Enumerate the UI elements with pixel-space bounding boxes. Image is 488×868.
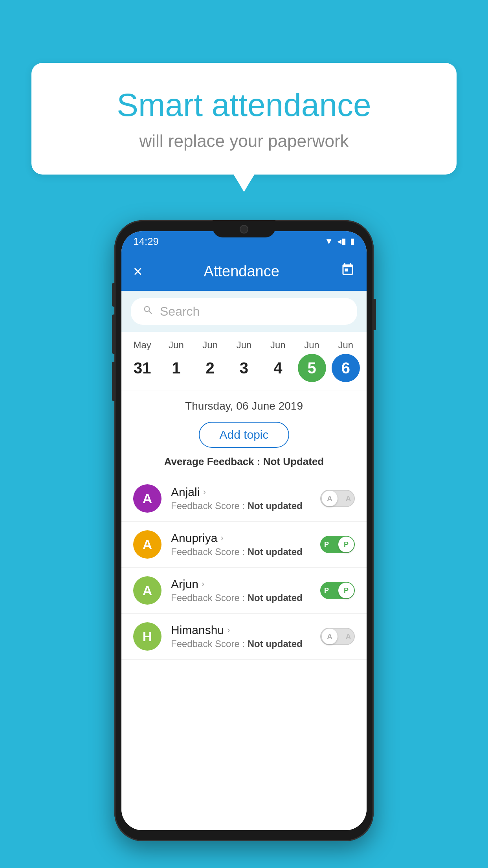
cal-date-label: 2 bbox=[196, 354, 224, 382]
avg-feedback-label: Average Feedback : bbox=[164, 456, 263, 467]
student-feedback: Feedback Score : Not updated bbox=[171, 592, 311, 603]
student-info: Himanshu ›Feedback Score : Not updated bbox=[171, 623, 311, 649]
calendar-day[interactable]: Jun6 bbox=[331, 340, 361, 382]
attendance-toggle[interactable]: PP bbox=[320, 536, 355, 553]
calendar-day[interactable]: Jun4 bbox=[263, 340, 293, 382]
student-avatar: H bbox=[133, 622, 161, 651]
phone-vol-up-button bbox=[112, 314, 115, 354]
student-name: Arjun › bbox=[171, 577, 311, 591]
avg-feedback: Average Feedback : Not Updated bbox=[121, 456, 367, 476]
toggle-label: A bbox=[346, 495, 351, 503]
phone-screen: 14:29 ▼ ◂▮ ▮ × Attendance bbox=[121, 231, 367, 830]
toggle-knob: P bbox=[338, 583, 354, 598]
attendance-toggle[interactable]: PP bbox=[320, 582, 355, 599]
student-avatar: A bbox=[133, 576, 161, 605]
cal-month-label: Jun bbox=[338, 340, 353, 351]
status-time: 14:29 bbox=[133, 235, 159, 248]
signal-icon: ◂▮ bbox=[337, 236, 346, 246]
search-bar[interactable]: Search bbox=[131, 298, 357, 325]
student-info: Anjali ›Feedback Score : Not updated bbox=[171, 485, 311, 511]
calendar-strip: May31Jun1Jun2Jun3Jun4Jun5Jun6 bbox=[121, 332, 367, 390]
calendar-day[interactable]: Jun5 bbox=[297, 340, 327, 382]
toggle-label: P bbox=[324, 541, 329, 549]
student-item[interactable]: AArjun ›Feedback Score : Not updatedPP bbox=[121, 568, 367, 614]
phone-mute-button bbox=[112, 283, 115, 307]
cal-date-label: 31 bbox=[128, 354, 156, 382]
calendar-day[interactable]: Jun1 bbox=[161, 340, 191, 382]
phone-camera bbox=[240, 225, 248, 234]
student-avatar: A bbox=[133, 484, 161, 513]
student-list: AAnjali ›Feedback Score : Not updatedAAA… bbox=[121, 476, 367, 830]
add-topic-container: Add topic bbox=[121, 416, 367, 456]
phone-power-button bbox=[373, 299, 376, 330]
bubble-title: Smart attendance bbox=[63, 86, 425, 123]
search-container: Search bbox=[121, 291, 367, 332]
toggle-knob: A bbox=[322, 491, 338, 506]
student-name: Anupriya › bbox=[171, 531, 311, 545]
phone-mockup: 14:29 ▼ ◂▮ ▮ × Attendance bbox=[114, 220, 374, 841]
bubble-subtitle: will replace your paperwork bbox=[63, 131, 425, 151]
cal-date-label: 4 bbox=[264, 354, 292, 382]
attendance-toggle[interactable]: AA bbox=[320, 628, 355, 645]
calendar-icon[interactable] bbox=[341, 263, 355, 280]
cal-date-label: 5 bbox=[298, 354, 326, 382]
app-bar-title: Attendance bbox=[204, 263, 279, 280]
calendar-day[interactable]: Jun2 bbox=[195, 340, 225, 382]
cal-month-label: Jun bbox=[202, 340, 218, 351]
battery-icon: ▮ bbox=[350, 236, 355, 246]
add-topic-button[interactable]: Add topic bbox=[199, 422, 289, 448]
toggle-knob: P bbox=[338, 537, 354, 552]
speech-bubble: Smart attendance will replace your paper… bbox=[31, 63, 457, 175]
phone-vol-down-button bbox=[112, 362, 115, 401]
screen-content: 14:29 ▼ ◂▮ ▮ × Attendance bbox=[121, 231, 367, 830]
phone-outer: 14:29 ▼ ◂▮ ▮ × Attendance bbox=[114, 220, 374, 841]
cal-month-label: Jun bbox=[304, 340, 319, 351]
student-feedback: Feedback Score : Not updated bbox=[171, 500, 311, 511]
cal-date-label: 3 bbox=[230, 354, 258, 382]
student-feedback: Feedback Score : Not updated bbox=[171, 638, 311, 649]
speech-bubble-container: Smart attendance will replace your paper… bbox=[31, 63, 457, 175]
attendance-toggle-container: AA bbox=[320, 628, 355, 645]
calendar-day[interactable]: May31 bbox=[127, 340, 157, 382]
student-feedback: Feedback Score : Not updated bbox=[171, 546, 311, 557]
avg-feedback-value: Not Updated bbox=[263, 456, 324, 467]
toggle-knob: A bbox=[322, 629, 338, 644]
cal-date-label: 6 bbox=[332, 354, 360, 382]
student-info: Anupriya ›Feedback Score : Not updated bbox=[171, 531, 311, 557]
attendance-toggle-container: PP bbox=[320, 536, 355, 553]
attendance-toggle[interactable]: AA bbox=[320, 490, 355, 507]
status-icons: ▼ ◂▮ ▮ bbox=[325, 236, 355, 246]
search-placeholder: Search bbox=[160, 304, 200, 319]
calendar-day[interactable]: Jun3 bbox=[229, 340, 259, 382]
cal-month-label: Jun bbox=[169, 340, 184, 351]
app-bar: × Attendance bbox=[121, 252, 367, 291]
student-name: Himanshu › bbox=[171, 623, 311, 637]
cal-date-label: 1 bbox=[162, 354, 190, 382]
student-name: Anjali › bbox=[171, 485, 311, 499]
student-item[interactable]: AAnjali ›Feedback Score : Not updatedAA bbox=[121, 476, 367, 522]
cal-month-label: Jun bbox=[237, 340, 252, 351]
wifi-icon: ▼ bbox=[325, 236, 333, 246]
toggle-label: A bbox=[346, 633, 351, 641]
cal-month-label: May bbox=[133, 340, 151, 351]
attendance-toggle-container: PP bbox=[320, 582, 355, 599]
search-icon bbox=[143, 305, 154, 318]
phone-notch bbox=[213, 220, 275, 237]
student-item[interactable]: AAnupriya ›Feedback Score : Not updatedP… bbox=[121, 522, 367, 568]
close-button[interactable]: × bbox=[133, 263, 142, 280]
student-avatar: A bbox=[133, 530, 161, 559]
selected-date-header: Thursday, 06 June 2019 bbox=[121, 390, 367, 416]
student-info: Arjun ›Feedback Score : Not updated bbox=[171, 577, 311, 603]
toggle-label: P bbox=[324, 587, 329, 595]
attendance-toggle-container: AA bbox=[320, 490, 355, 507]
student-item[interactable]: HHimanshu ›Feedback Score : Not updatedA… bbox=[121, 614, 367, 660]
cal-month-label: Jun bbox=[270, 340, 286, 351]
